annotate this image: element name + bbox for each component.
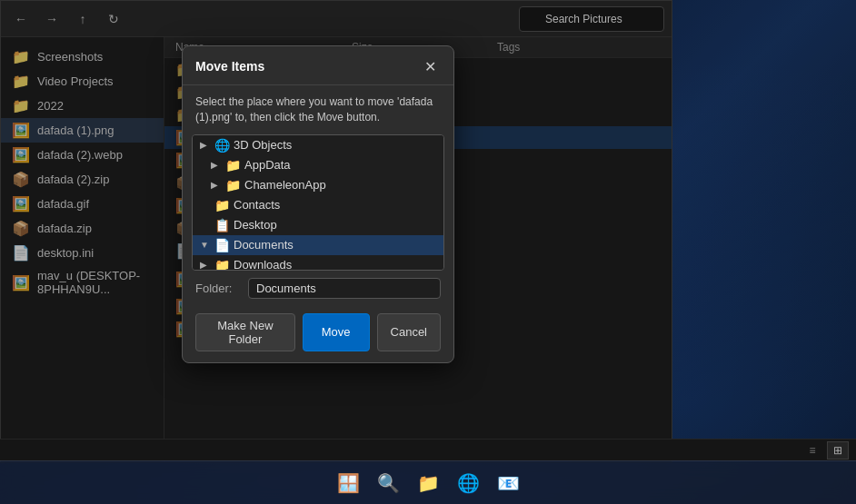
modal-overlay: Move Items ✕ Select the place where you … — [0, 0, 856, 504]
tree-item-label: ChameleonApp — [244, 178, 326, 192]
folder-icon: 📋 — [214, 218, 230, 232]
expand-icon: ▶ — [200, 260, 211, 270]
folder-icon: 📄 — [214, 238, 230, 252]
tree-item-desktop[interactable]: 📋 Desktop — [193, 215, 443, 235]
modal-instruction: Select the place where you want to move … — [183, 85, 453, 134]
folder-icon: 📁 — [214, 198, 230, 212]
taskbar-browser-button[interactable]: 🌐 — [450, 465, 486, 501]
taskbar-mail-button[interactable]: 📧 — [490, 465, 526, 501]
tree-item-3dobjects[interactable]: ▶ 🌐 3D Objects — [193, 135, 443, 155]
tree-item-appdata[interactable]: ▶ 📁 AppData — [193, 155, 443, 175]
tree-item-downloads[interactable]: ▶ 📁 Downloads — [193, 255, 443, 271]
expand-icon: ▶ — [211, 160, 222, 170]
folder-icon: 🌐 — [214, 138, 230, 153]
folder-icon: 📁 — [214, 258, 230, 271]
taskbar-files-button[interactable]: 📁 — [410, 465, 446, 501]
modal-titlebar: Move Items ✕ — [183, 46, 453, 85]
tree-item-label: AppData — [244, 158, 291, 172]
modal-close-button[interactable]: ✕ — [419, 55, 441, 77]
move-button[interactable]: Move — [303, 313, 370, 351]
make-new-folder-button[interactable]: Make New Folder — [195, 313, 295, 351]
taskbar-search-button[interactable]: 🔍 — [370, 465, 406, 501]
cancel-button[interactable]: Cancel — [377, 313, 441, 351]
taskbar-icons: 🪟 🔍 📁 🌐 📧 — [330, 465, 526, 501]
folder-value-input[interactable] — [248, 278, 441, 299]
expand-icon: ▼ — [200, 240, 211, 250]
folder-label: Folder: — [195, 282, 241, 295]
tree-item-label: Desktop — [234, 218, 277, 232]
expand-icon: ▶ — [200, 140, 211, 150]
tree-item-chameleon[interactable]: ▶ 📁 ChameleonApp — [193, 175, 443, 195]
tree-item-label: Downloads — [234, 258, 292, 271]
folder-tree: ▶ 🌐 3D Objects ▶ 📁 AppData ▶ 📁 Chameleon… — [192, 134, 444, 271]
tree-item-contacts[interactable]: 📁 Contacts — [193, 195, 443, 215]
expand-icon: ▶ — [211, 180, 222, 190]
tree-item-label: 3D Objects — [234, 138, 292, 152]
modal-title: Move Items — [195, 59, 264, 74]
taskbar-start-button[interactable]: 🪟 — [330, 465, 366, 501]
tree-item-documents[interactable]: ▼ 📄 Documents — [193, 235, 443, 255]
tree-item-label: Documents — [234, 238, 294, 252]
tree-item-label: Contacts — [234, 198, 280, 212]
move-items-dialog: Move Items ✕ Select the place where you … — [182, 45, 454, 363]
modal-buttons: Make New Folder Move Cancel — [183, 306, 453, 362]
folder-icon: 📁 — [225, 158, 241, 173]
folder-icon: 📁 — [225, 178, 241, 193]
folder-path-row: Folder: — [183, 271, 453, 306]
taskbar: 🪟 🔍 📁 🌐 📧 — [0, 460, 856, 504]
